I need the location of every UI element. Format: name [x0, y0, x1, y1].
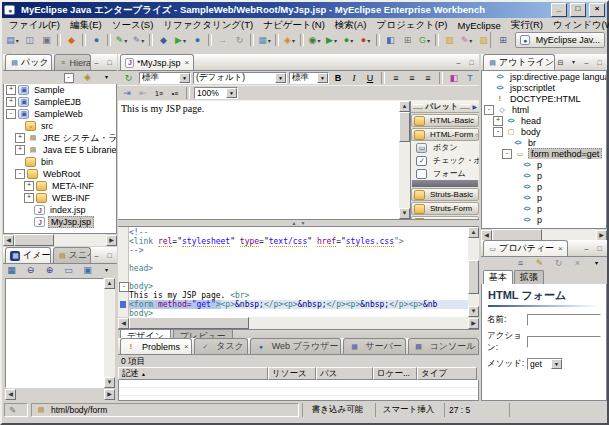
font-color-button[interactable]: T — [463, 72, 477, 84]
zoom-combo[interactable]: 100%▼ — [194, 87, 238, 99]
expand-toggle-icon[interactable]: + — [24, 193, 34, 203]
tree-item[interactable]: -▣SampleWeb — [4, 108, 116, 120]
numbered-list-button[interactable]: 1≡ — [152, 87, 166, 99]
column-header-3[interactable]: パス — [316, 367, 373, 380]
align-left-button[interactable]: ≡ — [389, 72, 403, 84]
paragraph-style-combo[interactable]: 標準▼ — [139, 72, 191, 84]
subtab-advanced[interactable]: 拡張 — [514, 270, 544, 284]
scroll-right-icon[interactable]: ▶ — [104, 389, 115, 400]
maximize-view-icon[interactable]: □ — [104, 251, 115, 261]
run-button[interactable]: ▶▾ — [323, 34, 340, 47]
scroll-thumb[interactable] — [14, 234, 54, 246]
source-line[interactable]: body> — [129, 309, 468, 317]
tab-close-icon[interactable]: × — [185, 58, 190, 67]
palette-group-struts-basic[interactable]: Struts-Basic — [411, 188, 479, 201]
deploy-button[interactable]: ◧ — [382, 34, 399, 47]
design-canvas[interactable]: This is my JSP page. — [118, 101, 399, 219]
collapse-toggle-icon[interactable]: - — [493, 127, 503, 137]
tab-close-icon[interactable]: × — [558, 244, 563, 253]
minimize-view-icon[interactable]: – — [453, 58, 464, 68]
tree-item[interactable]: ▫src — [4, 120, 116, 132]
expand-toggle-icon[interactable]: + — [493, 116, 503, 126]
menu-item[interactable]: 実行(R) — [506, 18, 548, 33]
scroll-right-icon[interactable]: ▶ — [596, 230, 607, 241]
palette-group-html-basic[interactable]: HTML-Basic — [411, 114, 479, 127]
source-line[interactable]: <form method="get"><p>&nbsp;</p><p>&nbsp… — [129, 300, 468, 309]
restore-default-button[interactable]: ↻ — [550, 258, 567, 270]
zoom-in-button[interactable]: ⊕ — [41, 265, 58, 277]
run-history-button[interactable]: ●▾ — [340, 34, 357, 47]
tree-item[interactable]: bin — [4, 156, 116, 168]
palette-header[interactable]: パレット ▶ — [411, 101, 479, 113]
view-menu-button[interactable]: ▾ — [98, 265, 115, 277]
palette-item[interactable]: ✓チェック・ボックス — [411, 154, 479, 167]
scroll-up-icon[interactable]: ▲ — [399, 101, 410, 112]
image-vscrollbar[interactable]: ▲ ▼ — [104, 278, 115, 388]
source-line[interactable] — [129, 273, 468, 282]
collapse-all-button[interactable]: - — [60, 72, 77, 84]
tab-コンソール[interactable]: ▤コンソール — [408, 338, 479, 354]
tree-item[interactable]: +▣Sample — [4, 84, 116, 96]
link-editor-button[interactable]: ◈ — [79, 72, 96, 84]
myeclipse-button[interactable]: ◆ — [63, 34, 80, 47]
scroll-track[interactable] — [399, 112, 410, 208]
align-center-button[interactable]: ≡ — [405, 72, 419, 84]
tree-item[interactable]: -WebRoot — [4, 168, 116, 180]
scroll-left-icon[interactable]: ◀ — [481, 230, 492, 241]
tab-タスク[interactable]: ✓タスク — [194, 338, 248, 354]
menu-item[interactable]: プロジェクト(P) — [372, 18, 453, 33]
palette-group-html-form[interactable]: HTML-Form○ — [411, 128, 479, 141]
collapse-toggle-icon[interactable]: - — [6, 109, 16, 119]
annotate-button[interactable]: ✎▾ — [458, 34, 475, 47]
open-perspective-button[interactable]: ⊞ — [495, 34, 512, 47]
source-line[interactable]: body> — [129, 282, 468, 291]
scroll-track[interactable] — [104, 289, 115, 377]
palette-group-jsf-basic[interactable]: JSF-Basic — [411, 216, 479, 219]
categories-button[interactable]: ≡ — [512, 258, 529, 270]
expand-toggle-icon[interactable]: + — [15, 133, 25, 143]
tree-item[interactable]: JMyJsp.jsp — [4, 216, 116, 228]
profile-button[interactable]: ●▾ — [357, 34, 374, 47]
tree-item[interactable]: -▭form method=get — [482, 148, 606, 159]
highlight-color-button[interactable]: ◧ — [447, 72, 461, 84]
source-line[interactable]: <link rel="stylesheet" type="text/css" h… — [129, 237, 468, 246]
image-hscrollbar[interactable]: ◀ ▶ — [5, 388, 115, 400]
link-button[interactable]: ◈ — [0, 265, 1, 277]
source-line[interactable]: --> — [129, 246, 468, 255]
view-menu-button[interactable]: ▾ — [588, 258, 605, 270]
name-input[interactable] — [527, 314, 601, 326]
image-tools-button[interactable]: ▦▾ — [256, 34, 273, 47]
tree-item[interactable]: !DOCTYPE:HTML — [482, 93, 606, 104]
scroll-down-icon[interactable]: ▼ — [468, 306, 479, 317]
scroll-left-icon[interactable]: ◀ — [118, 318, 129, 329]
tab-editor-myjsp[interactable]: J *MyJsp.jsp × — [120, 54, 194, 70]
menu-item[interactable]: 編集(E) — [65, 18, 107, 33]
tree-item[interactable]: <>p — [482, 181, 606, 192]
menu-item[interactable]: ソース(S) — [107, 18, 159, 33]
tree-item[interactable]: +▣SampleEJB — [4, 96, 116, 108]
collapse-all-icon[interactable]: ⊟ — [555, 58, 566, 68]
collapse-toggle-icon[interactable]: - — [15, 169, 25, 179]
bold-button[interactable]: B — [331, 72, 345, 84]
tab-package-explorer[interactable]: ▤ パック × — [5, 54, 52, 70]
palette-group-struts-form[interactable]: Struts-Form — [411, 202, 479, 215]
web-browser-button[interactable]: G▾ — [416, 34, 433, 47]
save-button[interactable]: ◫ — [21, 34, 38, 47]
scroll-up-icon[interactable]: ▲ — [104, 278, 115, 289]
tree-item[interactable]: +▤Java EE 5 Libraries — [4, 144, 116, 156]
zoom-out-button[interactable]: ⊖ — [22, 265, 39, 277]
palette-expand-icon[interactable]: ▶ — [472, 103, 477, 110]
indent-button[interactable]: ⇥ — [120, 87, 134, 99]
close-button[interactable]: × — [589, 3, 605, 17]
open-folder-button[interactable]: ▨ — [441, 34, 458, 47]
scroll-right-icon[interactable]: ▶ — [468, 318, 479, 329]
subtab-basic[interactable]: 基本 — [483, 270, 513, 284]
column-header-4[interactable]: ロケー... — [373, 367, 417, 380]
tab-outline[interactable]: ▤ アウトライン × — [483, 54, 555, 70]
remove-button[interactable]: × — [569, 258, 586, 270]
tree-item[interactable]: <>br — [482, 137, 606, 148]
menu-item[interactable]: リファクタリング(T) — [158, 18, 258, 33]
new-class-button[interactable]: ✎▾ — [113, 34, 130, 47]
scroll-thumb[interactable] — [129, 317, 249, 329]
font-combo[interactable]: (デフォルト)▼ — [193, 72, 287, 84]
